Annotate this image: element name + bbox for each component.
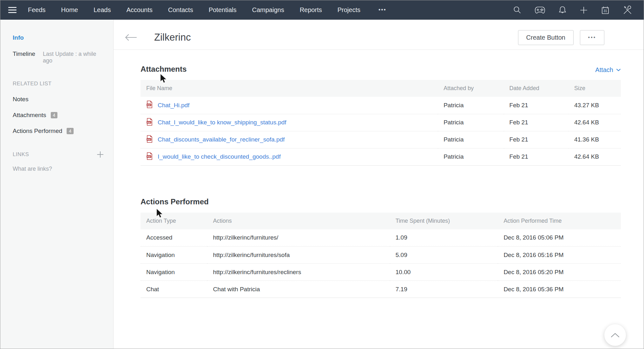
col-time-spent: Time Spent (Minutes) (390, 213, 498, 229)
tools-icon[interactable] (623, 5, 632, 15)
sidebar-item-timeline[interactable]: Timeline (13, 50, 35, 57)
col-attached-by: Attached by (438, 80, 503, 97)
time-spent-cell: 5.09 (390, 247, 498, 264)
col-file-name: File Name (141, 80, 438, 97)
attachment-file-link[interactable]: Chat_Hi.pdf (158, 102, 189, 109)
hamburger-menu-icon[interactable] (8, 7, 16, 13)
col-action-type: Action Type (141, 213, 207, 229)
nav-overflow-icon[interactable]: ••• (378, 7, 386, 13)
create-button[interactable]: Create Button (518, 30, 574, 45)
size-cell: 41.36 KB (568, 131, 621, 148)
nav-item-potentials[interactable]: Potentials (209, 6, 237, 14)
more-actions-button[interactable]: ••• (580, 30, 604, 45)
size-cell: 43.27 KB (568, 97, 621, 114)
nav-item-home[interactable]: Home (61, 6, 78, 14)
record-header: Zilkerinc Create Button ••• (114, 20, 644, 50)
attachment-file-link[interactable]: Chat_I_would_like_to know_shipping_statu… (158, 119, 286, 126)
actions-performed-count-badge: 4 (67, 128, 74, 134)
main-nav: Feeds Home Leads Accounts Contacts Poten… (28, 6, 386, 14)
attachments-table: File Name Attached by Date Added Size PD… (141, 80, 621, 166)
svg-text:31: 31 (603, 9, 607, 13)
performed-time-cell: Dec 8, 2016 05:36 PM (498, 281, 621, 298)
gamepad-icon[interactable] (535, 6, 545, 14)
col-actions: Actions (207, 213, 390, 229)
col-date-added: Date Added (504, 80, 568, 97)
table-row: Navigation http://zilkerinc/furnitures/s… (141, 247, 621, 264)
nav-item-reports[interactable]: Reports (300, 6, 322, 14)
action-cell: http://zilkerinc/furnitures/recliners (207, 264, 390, 281)
actions-performed-title: Actions Performed (141, 197, 621, 206)
chevron-up-icon (610, 333, 620, 338)
actions-performed-table: Action Type Actions Time Spent (Minutes)… (141, 213, 621, 298)
performed-time-cell: Dec 8, 2016 05:16 PM (498, 247, 621, 264)
actions-header-row: Action Type Actions Time Spent (Minutes)… (141, 213, 621, 229)
bell-icon[interactable] (558, 6, 567, 15)
table-row: PDF I_would_like_to check_discounted_goo… (141, 148, 621, 165)
plus-icon[interactable] (580, 6, 588, 14)
attachments-count-badge: 4 (51, 112, 58, 118)
sidebar-item-notes[interactable]: Notes (13, 96, 104, 103)
col-action-performed-time: Action Performed Time (498, 213, 621, 229)
pdf-icon: PDF (146, 118, 153, 127)
back-arrow-icon[interactable] (125, 34, 137, 41)
sidebar-item-label: Actions Performed (13, 128, 62, 135)
sidebar-item-label: Notes (13, 96, 29, 103)
chevron-down-icon (616, 69, 621, 71)
size-cell: 42.64 KB (568, 114, 621, 131)
main-content: Zilkerinc Create Button ••• Attachments … (114, 20, 644, 349)
top-navbar: Feeds Home Leads Accounts Contacts Poten… (0, 0, 644, 20)
table-row: PDF Chat_Hi.pdf Patricia Feb 21 43.27 KB (141, 97, 621, 114)
search-icon[interactable] (513, 6, 522, 15)
calendar-icon[interactable]: 31 (601, 6, 610, 15)
nav-item-feeds[interactable]: Feeds (28, 6, 46, 14)
svg-text:PDF: PDF (147, 104, 151, 106)
col-size: Size (568, 80, 621, 97)
attached-by-cell: Patricia (438, 97, 503, 114)
nav-item-leads[interactable]: Leads (94, 6, 111, 14)
attached-by-cell: Patricia (438, 114, 503, 131)
performed-time-cell: Dec 8, 2016 05:20 PM (498, 264, 621, 281)
attachments-title: Attachments (141, 65, 187, 74)
svg-text:PDF: PDF (147, 155, 151, 157)
table-row: Navigation http://zilkerinc/furnitures/r… (141, 264, 621, 281)
pdf-icon: PDF (146, 135, 153, 144)
actions-performed-section: Actions Performed Action Type Actions Ti… (141, 197, 621, 298)
nav-item-projects[interactable]: Projects (338, 6, 360, 14)
sidebar-item-timeline-row: Timeline Last Update : a while ago (13, 50, 104, 64)
pdf-icon: PDF (146, 152, 153, 161)
scroll-to-top-button[interactable] (604, 324, 626, 346)
related-list-header: RELATED LIST (13, 81, 104, 87)
action-type-cell: Navigation (141, 247, 207, 264)
attached-by-cell: Patricia (438, 148, 503, 165)
time-spent-cell: 7.19 (390, 281, 498, 298)
attachment-file-link[interactable]: I_would_like_to check_discounted_goods..… (158, 153, 281, 160)
app-window: Feeds Home Leads Accounts Contacts Poten… (0, 0, 644, 349)
table-row: Chat Chat with Patricia 7.19 Dec 8, 2016… (141, 281, 621, 298)
attachments-section: Attachments Attach File Name Attached by (141, 65, 621, 166)
action-type-cell: Accessed (141, 229, 207, 247)
links-header: LINKS (13, 151, 29, 158)
what-are-links-link[interactable]: What are links? (13, 166, 104, 172)
action-cell: http://zilkerinc/furnitures/sofa (207, 247, 390, 264)
attachment-file-link[interactable]: Chat_discounts_available_for_recliner_so… (158, 136, 285, 143)
svg-text:PDF: PDF (147, 121, 151, 123)
navbar-icon-group: 31 (513, 5, 632, 15)
date-added-cell: Feb 21 (504, 131, 568, 148)
date-added-cell: Feb 21 (504, 148, 568, 165)
nav-item-contacts[interactable]: Contacts (168, 6, 193, 14)
sidebar-item-label: Attachments (13, 112, 46, 119)
table-row: PDF Chat_I_would_like_to know_shipping_s… (141, 114, 621, 131)
add-link-icon[interactable] (97, 151, 104, 158)
nav-item-campaigns[interactable]: Campaigns (252, 6, 284, 14)
sidebar-item-actions-performed[interactable]: Actions Performed 4 (13, 128, 104, 135)
time-spent-cell: 10.00 (390, 264, 498, 281)
date-added-cell: Feb 21 (504, 97, 568, 114)
table-row: PDF Chat_discounts_available_for_recline… (141, 131, 621, 148)
nav-item-accounts[interactable]: Accounts (126, 6, 152, 14)
action-type-cell: Chat (141, 281, 207, 298)
attach-button[interactable]: Attach (595, 66, 621, 74)
action-cell: Chat with Patricia (207, 281, 390, 298)
sidebar-item-attachments[interactable]: Attachments 4 (13, 112, 104, 119)
sidebar-item-info[interactable]: Info (13, 34, 104, 41)
table-row: Accessed http://zilkerinc/furnitures/ 1.… (141, 229, 621, 247)
